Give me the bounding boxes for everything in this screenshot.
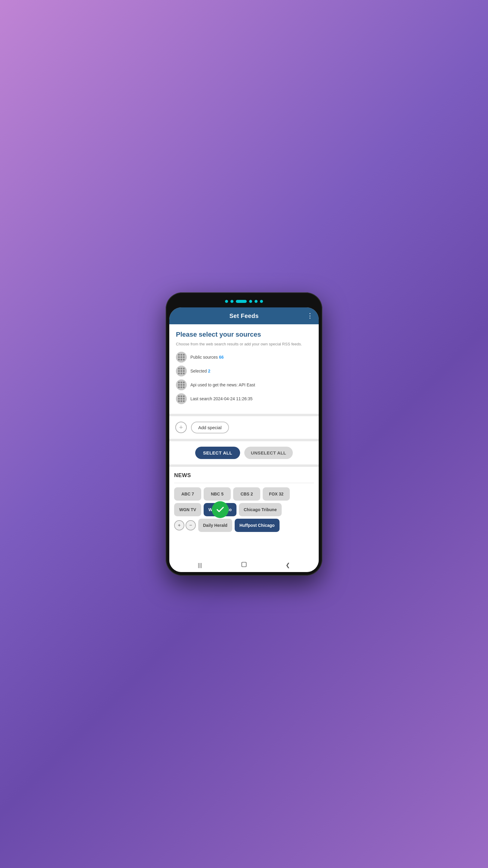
svg-rect-0 [241,562,246,567]
grid-icon-2 [178,368,185,374]
screen-content: Please select your sources Choose from t… [169,324,319,558]
news-section-title: NEWS [174,472,314,478]
phone-notch [169,296,319,307]
api-text: Api used to get the news: API East [190,382,255,387]
dot-2 [230,300,233,303]
dot-5 [260,300,263,303]
checkmark-icon [216,505,225,514]
zoom-controls: + − [174,520,196,530]
phone-device: Set Feeds ⋮ Please select your sources C… [166,292,322,576]
dot-1 [225,300,228,303]
select-all-button[interactable]: SELECT ALL [195,447,240,459]
zoom-out-button[interactable]: − [186,520,196,530]
selected-row: Selected 2 [176,366,312,376]
grid-icon-3 [178,381,185,388]
nav-bar: ||| ❮ [169,558,319,572]
sources-subtitle: Choose from the web search results or ad… [176,341,312,347]
section-divider [174,483,314,483]
check-overlay [212,501,229,518]
chip-chicago-tribune[interactable]: Chicago Tribune [239,503,282,516]
menu-icon[interactable]: ⋮ [307,313,313,319]
sources-title: Please select your sources [176,330,312,339]
bottom-row: + − Daily Herald Huffpost Chicago [174,519,280,532]
last-search-row: Last search 2024-04-24 11:26:35 [176,393,312,404]
recent-apps-icon[interactable]: ||| [198,562,202,568]
info-card: Please select your sources Choose from t… [169,324,319,414]
dot-3 [249,300,252,303]
plus-icon: + [179,424,183,431]
notch-dots [225,300,263,303]
dot-4 [255,300,258,303]
public-sources-row: Public sources 66 [176,352,312,363]
select-section: SELECT ALL UNSELECT ALL [169,441,319,464]
unselect-all-button[interactable]: UNSELECT ALL [244,447,293,459]
public-sources-text: Public sources 66 [190,355,224,360]
chip-cbs2[interactable]: CBS 2 [233,487,260,501]
dot-pill [236,300,247,303]
plus-circle-button[interactable]: + [175,422,187,433]
chip-wgntv[interactable]: WGN TV [174,503,201,516]
last-search-text: Last search 2024-04-24 11:26:35 [190,396,253,401]
selected-text: Selected 2 [190,369,210,373]
selected-icon [176,366,187,376]
add-special-button[interactable]: Add special [191,422,229,433]
chip-daily-herald[interactable]: Daily Herald [198,519,232,532]
news-grid: ABC 7 NBC 5 CBS 2 FOX 32 WGN TV WGN Radi… [174,487,314,532]
home-icon[interactable] [241,561,247,569]
wgn-radio-wrapper: WGN Radio [204,503,236,516]
chip-fox32[interactable]: FOX 32 [263,487,290,501]
selected-count: 2 [208,369,210,373]
api-icon [176,379,187,390]
last-search-icon [176,393,187,404]
back-icon[interactable]: ❮ [286,562,290,568]
public-sources-count: 66 [219,355,224,360]
app-header: Set Feeds ⋮ [169,307,319,324]
public-sources-icon [176,352,187,363]
api-row: Api used to get the news: API East [176,379,312,390]
grid-icon-1 [178,354,185,361]
grid-icon-4 [178,396,185,402]
phone-screen: Set Feeds ⋮ Please select your sources C… [169,307,319,572]
header-title: Set Feeds [229,313,258,319]
chip-nbc5[interactable]: NBC 5 [204,487,231,501]
add-special-section: + Add special [169,416,319,439]
news-section: NEWS ABC 7 NBC 5 CBS 2 FOX 32 WGN TV WGN… [169,467,319,558]
chip-abc7[interactable]: ABC 7 [174,487,201,501]
zoom-in-button[interactable]: + [174,520,184,530]
chip-huffpost-chicago[interactable]: Huffpost Chicago [235,519,280,532]
